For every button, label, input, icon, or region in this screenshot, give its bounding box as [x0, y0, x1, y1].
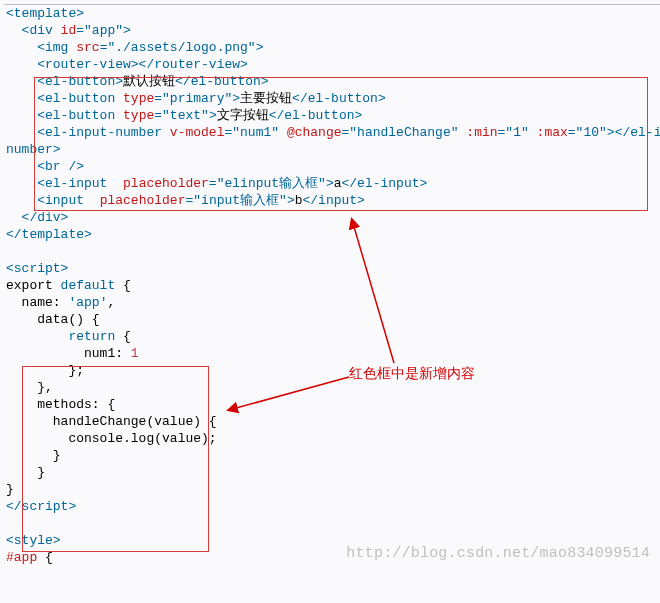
code-line: data() { — [4, 311, 660, 328]
code-line: console.log(value); — [4, 430, 660, 447]
code-line: <input placeholder="input输入框">b</input> — [4, 192, 660, 209]
code-line: methods: { — [4, 396, 660, 413]
code-line: <el-button>默认按钮</el-button> — [4, 73, 660, 90]
code-line — [4, 515, 660, 532]
code-line: name: 'app', — [4, 294, 660, 311]
code-line: </template> — [4, 226, 660, 243]
code-line: <el-input-number v-model="num1" @change=… — [4, 124, 660, 141]
code-line: <router-view></router-view> — [4, 56, 660, 73]
annotation-label: 红色框中是新增内容 — [349, 365, 475, 382]
code-token: <template> — [6, 6, 84, 21]
code-line: return { — [4, 328, 660, 345]
code-line: </div> — [4, 209, 660, 226]
code-line: </script> — [4, 498, 660, 515]
watermark: http://blog.csdn.net/mao834099514 — [346, 545, 650, 562]
code-line: <el-button type="primary">主要按钮</el-butto… — [4, 90, 660, 107]
code-line: number> — [4, 141, 660, 158]
code-line: <script> — [4, 260, 660, 277]
code-line: } — [4, 464, 660, 481]
code-line: <img src="./assets/logo.png"> — [4, 39, 660, 56]
code-line: } — [4, 447, 660, 464]
code-editor: <template> <div id="app"> <img src="./as… — [4, 4, 660, 566]
code-line — [4, 243, 660, 260]
code-line: }; — [4, 362, 660, 379]
code-line: <div id="app"> — [4, 22, 660, 39]
code-line: <template> — [4, 5, 660, 22]
code-line: <br /> — [4, 158, 660, 175]
code-line: export default { — [4, 277, 660, 294]
code-line: <el-button type="text">文字按钮</el-button> — [4, 107, 660, 124]
code-line: } — [4, 481, 660, 498]
code-line: handleChange(value) { — [4, 413, 660, 430]
code-line: num1: 1 — [4, 345, 660, 362]
code-line: }, — [4, 379, 660, 396]
code-line: <el-input placeholder="elinput输入框">a</el… — [4, 175, 660, 192]
